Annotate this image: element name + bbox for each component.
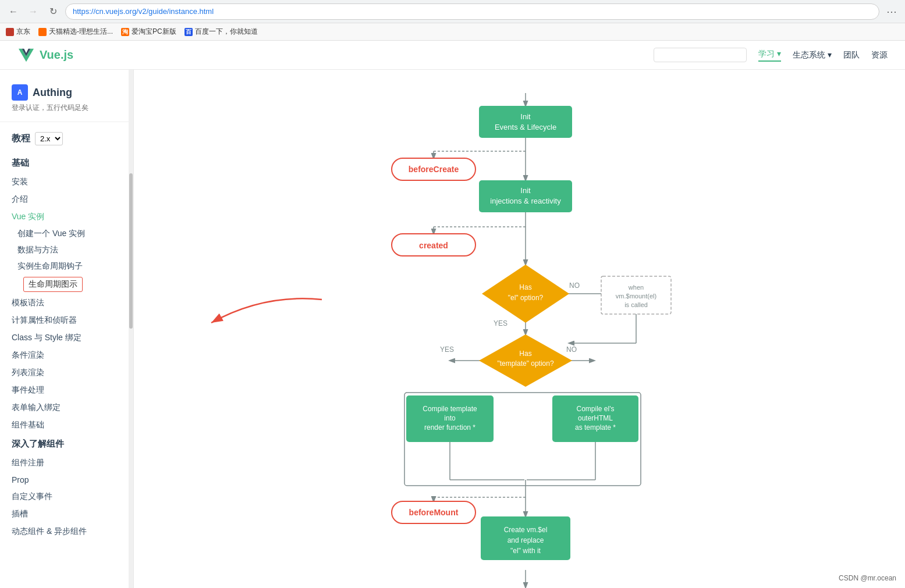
sidebar-subitem-lifecycle-hooks[interactable]: 实例生命周期钩子 (0, 258, 133, 275)
flowchart-wrapper: NO when vm.$mount(el) is called YES YES (316, 93, 723, 588)
sidebar-item-vue-instance[interactable]: Vue 实例 (0, 208, 133, 226)
svg-text:"el" option?: "el" option? (507, 294, 543, 302)
sidebar-item-list[interactable]: 列表渲染 (0, 364, 133, 382)
svg-text:Has: Has (519, 350, 531, 358)
bookmarks-bar: 京东 天猫精选-理想生活... 淘 爱淘宝PC新版 百 百度一下，你就知道 (0, 23, 905, 41)
search-input[interactable] (654, 48, 747, 62)
svg-text:created: created (419, 241, 448, 250)
svg-text:NO: NO (569, 281, 580, 290)
nav-learn[interactable]: 学习 ▾ (758, 49, 781, 62)
tutorial-label: 教程 2.x 3.x (0, 129, 133, 148)
sidebar-item-component-registration[interactable]: 组件注册 (0, 454, 133, 472)
flowchart-container: NO when vm.$mount(el) is called YES YES (157, 81, 882, 588)
svg-text:as template *: as template * (574, 423, 615, 432)
bookmark-tianmao[interactable]: 天猫精选-理想生活... (38, 27, 113, 37)
svg-text:is called: is called (624, 301, 648, 308)
bookmark-tianmao-icon (38, 28, 47, 36)
sidebar-item-conditional[interactable]: 条件渲染 (0, 347, 133, 364)
nav-team[interactable]: 团队 (843, 50, 860, 60)
forward-button[interactable]: → (26, 4, 41, 19)
svg-text:injections & reactivity: injections & reactivity (490, 197, 561, 205)
sidebar-subitem-lifecycle-diagram-wrapper: 生命周期图示 (0, 275, 133, 294)
sidebar-item-class-style[interactable]: Class 与 Style 绑定 (0, 329, 133, 347)
authing-ad[interactable]: A Authing 登录认证，五行代码足矣 (0, 79, 133, 122)
tutorial-text: 教程 (12, 133, 30, 145)
nav-resources[interactable]: 资源 (871, 50, 888, 60)
sidebar-item-computed[interactable]: 计算属性和侦听器 (0, 312, 133, 329)
main-nav: 学习 ▾ 生态系统 ▾ 团队 资源 (758, 49, 888, 62)
svg-text:NO: NO (566, 345, 577, 354)
red-arrow-annotation (194, 291, 328, 337)
version-select[interactable]: 2.x 3.x (35, 132, 63, 145)
vue-logo[interactable]: Vue.js (17, 48, 73, 63)
nav-ecosystem[interactable]: 生态系统 ▾ (793, 50, 832, 60)
bookmark-aitaobao[interactable]: 淘 爱淘宝PC新版 (121, 27, 176, 37)
back-button[interactable]: ← (6, 4, 21, 19)
bookmark-jd[interactable]: 京东 (6, 27, 30, 37)
bookmark-baidu-label: 百度一下，你就知道 (195, 27, 258, 37)
sidebar-item-install[interactable]: 安装 (0, 173, 133, 191)
authing-icon: A (12, 84, 28, 101)
sidebar-scrollbar[interactable] (129, 70, 133, 588)
svg-text:when: when (627, 284, 643, 291)
svg-text:YES: YES (440, 345, 454, 354)
url-bar[interactable] (65, 3, 879, 20)
sidebar-section-ji-chu: 基础 (0, 153, 133, 173)
svg-text:beforeMount: beforeMount (409, 508, 458, 517)
vue-header: Vue.js 学习 ▾ 生态系统 ▾ 团队 资源 (0, 41, 905, 70)
sidebar-item-slots[interactable]: 插槽 (0, 505, 133, 523)
bookmark-baidu-icon: 百 (184, 28, 193, 36)
svg-text:vm.$mount(el): vm.$mount(el) (615, 293, 656, 300)
svg-text:and replace: and replace (507, 536, 544, 544)
vue-logo-text: Vue.js (40, 48, 73, 62)
svg-text:Has: Has (519, 283, 531, 291)
sidebar-item-dynamic-async[interactable]: 动态组件 & 异步组件 (0, 523, 133, 540)
svg-text:Compile template: Compile template (423, 405, 477, 413)
lifecycle-flowchart: NO when vm.$mount(el) is called YES YES (316, 93, 723, 588)
svg-rect-37 (479, 106, 572, 138)
bookmark-jd-label: 京东 (16, 27, 30, 37)
browser-menu-button[interactable]: ⋯ (884, 4, 899, 19)
svg-text:Compile el's: Compile el's (576, 405, 614, 413)
authing-desc: 登录认证，五行代码足矣 (12, 103, 122, 113)
sidebar-subitem-create-instance[interactable]: 创建一个 Vue 实例 (0, 226, 133, 242)
bookmark-aitaobao-label: 爱淘宝PC新版 (132, 27, 176, 37)
watermark: CSDN @mr.ocean (839, 574, 896, 582)
bookmark-aitaobao-icon: 淘 (121, 28, 129, 36)
authing-logo: A Authing (12, 84, 122, 101)
svg-text:outerHTML: outerHTML (577, 414, 612, 422)
sidebar-item-forms[interactable]: 表单输入绑定 (0, 399, 133, 416)
vue-logo-icon (17, 48, 35, 63)
sidebar-item-intro[interactable]: 介绍 (0, 191, 133, 208)
sidebar-subitem-lifecycle-diagram[interactable]: 生命周期图示 (23, 277, 83, 292)
svg-text:YES: YES (494, 319, 507, 327)
sidebar-item-template-syntax[interactable]: 模板语法 (0, 294, 133, 312)
browser-chrome: ← → ↻ ⋯ (0, 0, 905, 23)
svg-text:into: into (444, 414, 456, 422)
svg-text:render function *: render function * (424, 423, 475, 432)
sidebar-scrollbar-thumb (129, 173, 133, 329)
bookmark-jd-icon (6, 28, 14, 36)
sidebar-item-prop[interactable]: Prop (0, 472, 133, 488)
content-area: NO when vm.$mount(el) is called YES YES (134, 70, 905, 588)
svg-text:"el" with it: "el" with it (510, 547, 541, 555)
svg-text:Events & Lifecycle: Events & Lifecycle (494, 123, 556, 131)
svg-text:"template" option?: "template" option? (497, 359, 554, 368)
authing-name: Authing (33, 87, 72, 99)
sidebar-subitem-data-methods[interactable]: 数据与方法 (0, 242, 133, 258)
svg-text:beforeCreate: beforeCreate (408, 165, 459, 174)
sidebar-item-events[interactable]: 事件处理 (0, 382, 133, 399)
bookmark-baidu[interactable]: 百 百度一下，你就知道 (184, 27, 258, 37)
svg-text:Init: Init (520, 186, 531, 195)
bookmark-tianmao-label: 天猫精选-理想生活... (49, 27, 113, 37)
sidebar-item-components-basics[interactable]: 组件基础 (0, 416, 133, 434)
sidebar-section-components: 深入了解组件 (0, 434, 133, 454)
sidebar: A Authing 登录认证，五行代码足矣 教程 2.x 3.x 基础 安装 介… (0, 70, 134, 588)
main-layout: A Authing 登录认证，五行代码足矣 教程 2.x 3.x 基础 安装 介… (0, 70, 905, 588)
svg-text:Create vm.$el: Create vm.$el (503, 526, 547, 534)
reload-button[interactable]: ↻ (45, 4, 61, 19)
sidebar-item-custom-events[interactable]: 自定义事件 (0, 488, 133, 505)
svg-text:Init: Init (520, 112, 531, 121)
